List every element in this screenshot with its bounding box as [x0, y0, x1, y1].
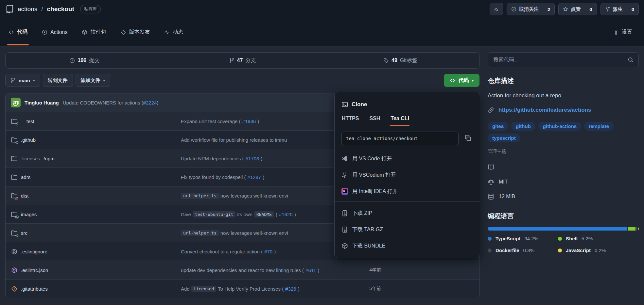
language-legend-typescript[interactable]: TypeScript 94.2%: [488, 236, 558, 241]
commit-message-cell[interactable]: Expand unit test coverage (#1946): [181, 119, 352, 124]
repo-icon: [5, 5, 14, 14]
goto-file-button[interactable]: 转到文件: [43, 74, 73, 87]
file-link[interactable]: .eslintrc.json: [11, 267, 181, 273]
tab-label: 版本发布: [129, 29, 150, 36]
file-name: dist: [21, 193, 28, 199]
package-icon: [82, 29, 87, 35]
file-link[interactable]: .github: [11, 136, 181, 143]
menu-item[interactable]: 用 VSCodium 打开: [337, 167, 477, 183]
stat-分支[interactable]: 47分支: [164, 53, 322, 68]
menu-item[interactable]: 用 VS Code 打开: [337, 151, 477, 167]
pr-link[interactable]: #2224: [143, 100, 157, 105]
pr-link[interactable]: #1620: [279, 212, 293, 217]
menu-item[interactable]: 下载 BUNDLE: [337, 238, 477, 254]
search-input[interactable]: [488, 53, 623, 67]
commit-message-cell[interactable]: update dev dependencies and react to new…: [181, 267, 352, 273]
language-legend-shell[interactable]: Shell 5.2%: [558, 236, 639, 241]
code-icon: [9, 29, 14, 35]
message-text: Convert checkout to a regular action (: [181, 249, 263, 254]
unwatch-button[interactable]: 取消关注 2: [507, 3, 555, 15]
topic-template[interactable]: template: [584, 122, 614, 131]
message-text: ): [263, 174, 264, 180]
tab-软件包[interactable]: 软件包: [80, 18, 107, 46]
meta-book[interactable]: 自述文档: [488, 160, 639, 174]
language-segment-shell[interactable]: [628, 227, 635, 231]
commit-author[interactable]: Tingluo Huang: [25, 100, 59, 105]
meta-database[interactable]: 12 MiB: [488, 189, 639, 204]
commit-message-cell[interactable]: Add workflow file for publishing release…: [181, 137, 352, 143]
pr-link[interactable]: #1703: [246, 156, 259, 161]
star-count[interactable]: 0: [585, 3, 596, 15]
repo-name-link[interactable]: checkout: [47, 6, 74, 13]
stat-提交[interactable]: 196提交: [6, 53, 164, 68]
language-dot-icon: [488, 249, 492, 252]
commit-message[interactable]: Update CODEOWNERS for actions (#2224): [63, 100, 159, 105]
file-link[interactable]: dist: [11, 192, 181, 199]
tab-版本发布[interactable]: 版本发布: [119, 18, 151, 46]
clone-url-input[interactable]: [341, 132, 459, 145]
language-legend-dockerfile[interactable]: Dockerfile 0.3%: [488, 248, 558, 253]
copy-button[interactable]: [463, 133, 473, 144]
manage-topics-link[interactable]: 管理主题: [488, 149, 506, 154]
tab-settings[interactable]: 设置: [613, 29, 632, 36]
language-segment-javascript[interactable]: [638, 227, 639, 231]
commit-message-cell[interactable]: Convert checkout to a regular action (#7…: [181, 249, 352, 254]
repo-owner-link[interactable]: actions: [18, 6, 37, 13]
commit-message-cell[interactable]: Give test-ubuntu-git its own README (#16…: [181, 211, 352, 217]
tag-icon: [383, 58, 389, 63]
intellij-icon: IJ: [341, 188, 348, 195]
commit-message-cell[interactable]: url-helper.ts now leverages well-known e…: [181, 193, 352, 199]
topic-typescript[interactable]: typescript: [488, 134, 520, 142]
commit-message-cell[interactable]: url-helper.ts now leverages well-known e…: [181, 230, 352, 236]
pr-link[interactable]: #1946: [242, 119, 256, 124]
fork-count[interactable]: 0: [627, 3, 638, 15]
topic-github[interactable]: github: [511, 122, 535, 131]
code-button[interactable]: 代码 ▾: [444, 74, 479, 87]
rss-button[interactable]: [490, 3, 503, 15]
language-legend: TypeScript 94.2% Shell 5.2% Dockerfile 0…: [488, 236, 639, 253]
topic-github-actions[interactable]: github-actions: [538, 122, 581, 131]
language-legend-javascript[interactable]: JavaScript 0.2%: [558, 248, 639, 253]
star-button[interactable]: 点赞 0: [558, 3, 597, 15]
meta-law[interactable]: MIT: [488, 174, 639, 189]
commit-message-cell[interactable]: Update NPM dependencies (#1703): [181, 156, 352, 161]
fork-button[interactable]: 派生 0: [600, 3, 639, 15]
add-file-button[interactable]: 添加文件 ▾: [76, 74, 111, 87]
star-icon: [563, 7, 568, 12]
language-segment-typescript[interactable]: [488, 227, 627, 231]
menu-item[interactable]: 下载 ZIP: [337, 205, 477, 221]
pr-link[interactable]: #611: [305, 267, 316, 273]
pr-link[interactable]: #70: [264, 249, 272, 254]
commit-message-cell[interactable]: Fix typos found by codespell (#1287): [181, 174, 352, 180]
watch-count[interactable]: 2: [543, 3, 554, 15]
stat-Git标签[interactable]: 49Git标签: [321, 53, 479, 68]
pr-link[interactable]: #326: [285, 286, 296, 292]
clone-tab-https[interactable]: HTTPS: [341, 113, 359, 126]
file-link[interactable]: images: [11, 211, 181, 217]
file-link[interactable]: .licenses/npm: [11, 155, 181, 162]
avatar[interactable]: [11, 98, 21, 107]
website-link[interactable]: https://github.com/features/actions: [498, 107, 591, 113]
tab-actions[interactable]: Actions: [41, 18, 69, 46]
tab-动态[interactable]: 动态: [163, 18, 184, 46]
pr-link[interactable]: #1287: [247, 174, 261, 180]
clone-tab-tea-cli[interactable]: Tea CLI: [390, 113, 409, 126]
menu-item[interactable]: 下载 TAR.GZ: [337, 221, 477, 238]
folder-lock-icon: [11, 192, 17, 199]
topic-gitea[interactable]: gitea: [488, 122, 508, 131]
file-link[interactable]: .eslintignore: [11, 248, 181, 255]
clone-tab-ssh[interactable]: SSH: [369, 113, 380, 126]
file-link[interactable]: .gitattributes: [11, 285, 181, 292]
file-link[interactable]: adrs: [11, 174, 181, 180]
tab-代码[interactable]: 代码: [7, 18, 29, 46]
commit-message-cell[interactable]: Add Licensed To Help Verify Prod License…: [181, 286, 352, 292]
file-link[interactable]: __test__: [11, 118, 181, 124]
menu-item[interactable]: IJ 用 Intellij IDEA 打开: [337, 183, 477, 200]
search-button[interactable]: [623, 53, 638, 67]
menu-item-label: 下载 TAR.GZ: [352, 226, 383, 233]
stat-value: 196: [78, 57, 86, 63]
message-text: now leverages well-known envi: [220, 193, 288, 199]
file-link[interactable]: src: [11, 230, 181, 236]
language-segment-dockerfile[interactable]: [636, 227, 637, 231]
branch-selector[interactable]: main ▾: [5, 74, 40, 87]
